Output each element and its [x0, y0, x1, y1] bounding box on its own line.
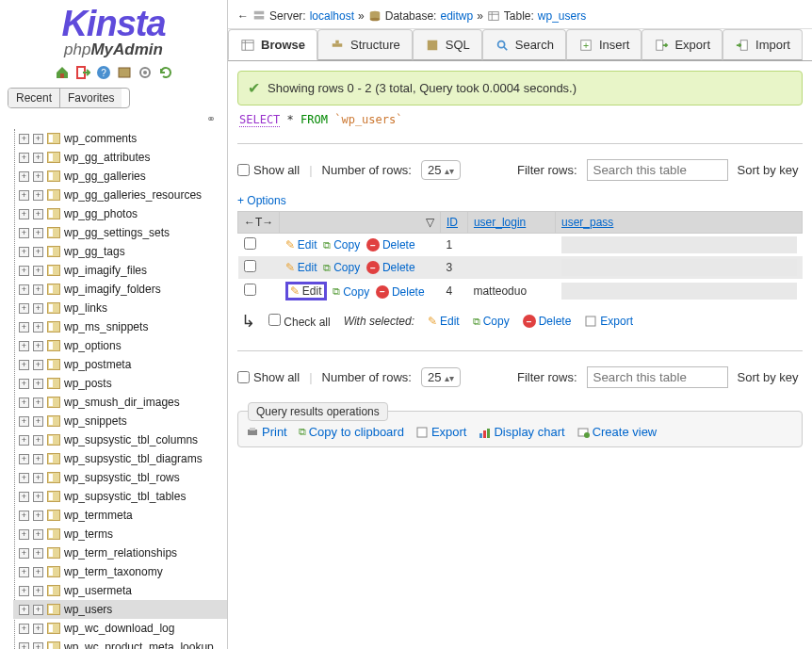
- expand-icon-2[interactable]: +: [33, 529, 43, 540]
- expand-icon-2[interactable]: +: [33, 624, 43, 634]
- expand-icon[interactable]: +: [19, 586, 29, 596]
- tree-label[interactable]: wp_gg_attributes: [64, 151, 150, 164]
- expand-icon[interactable]: +: [19, 624, 29, 634]
- expand-icon[interactable]: +: [19, 153, 29, 163]
- rows-select-top[interactable]: 25 ▴▾: [421, 160, 461, 180]
- tree-item[interactable]: ++wp_usermeta: [13, 581, 227, 600]
- row-checkbox[interactable]: [244, 237, 256, 250]
- show-all-top-checkbox[interactable]: [237, 164, 250, 176]
- tree-label[interactable]: wp_smush_dir_images: [64, 396, 180, 409]
- tree-label[interactable]: wp_posts: [64, 377, 112, 390]
- tree-item[interactable]: ++wp_imagify_files: [13, 261, 227, 280]
- edit-button[interactable]: ✎ Edit: [285, 282, 327, 300]
- tab-structure[interactable]: Structure: [317, 29, 413, 60]
- expand-icon-2[interactable]: +: [33, 322, 43, 333]
- tab-search[interactable]: Search: [482, 29, 566, 60]
- tree-item[interactable]: ++wp_wc_download_log: [13, 619, 227, 638]
- tab-import[interactable]: Import: [723, 29, 803, 60]
- expand-icon[interactable]: +: [19, 228, 29, 238]
- bulk-copy[interactable]: ⧉ Copy: [473, 315, 510, 328]
- home-icon[interactable]: [55, 65, 70, 80]
- tree-label[interactable]: wp_supsystic_tbl_rows: [64, 471, 180, 484]
- tab-export[interactable]: Export: [641, 29, 723, 60]
- delete-button[interactable]: − Delete: [366, 261, 415, 274]
- tree-label[interactable]: wp_imagify_files: [64, 264, 147, 277]
- expand-icon-2[interactable]: +: [33, 190, 43, 201]
- expand-icon-2[interactable]: +: [33, 642, 43, 650]
- bc-table[interactable]: wp_users: [538, 9, 586, 23]
- sql-icon[interactable]: [117, 65, 132, 80]
- tree-item[interactable]: ++wp_options: [13, 336, 227, 355]
- tree-item[interactable]: ++wp_ms_snippets: [13, 317, 227, 336]
- bulk-edit[interactable]: ✎ Edit: [428, 315, 460, 328]
- expand-icon[interactable]: +: [19, 605, 29, 615]
- favorites-tab[interactable]: Favorites: [60, 89, 122, 107]
- expand-icon[interactable]: +: [19, 134, 29, 144]
- tree-label[interactable]: wp_term_taxonomy: [64, 565, 163, 578]
- expand-icon[interactable]: +: [19, 209, 29, 219]
- check-all-checkbox[interactable]: [268, 314, 281, 326]
- expand-icon-2[interactable]: +: [33, 416, 43, 427]
- tree-item[interactable]: ++wp_supsystic_tbl_tables: [13, 487, 227, 506]
- expand-icon-2[interactable]: +: [33, 228, 43, 238]
- tree-item[interactable]: ++wp_terms: [13, 525, 227, 544]
- copy-button[interactable]: ⧉ Copy: [323, 261, 360, 274]
- expand-icon-2[interactable]: +: [33, 586, 43, 596]
- copy-button[interactable]: ⧉ Copy: [323, 238, 360, 251]
- col-user-login[interactable]: user_login: [467, 212, 555, 234]
- bc-database[interactable]: editwp: [440, 9, 473, 23]
- expand-icon-2[interactable]: +: [33, 247, 43, 257]
- options-toggle[interactable]: + Options: [237, 194, 803, 207]
- tab-browse[interactable]: Browse: [228, 29, 317, 60]
- edit-button[interactable]: ✎ Edit: [285, 261, 317, 274]
- row-checkbox[interactable]: [244, 260, 256, 272]
- col-user-pass[interactable]: user_pass: [556, 212, 803, 234]
- expand-icon-2[interactable]: +: [33, 209, 43, 219]
- filter-input-top[interactable]: [587, 159, 728, 181]
- sort-dropdown-icon[interactable]: ▽: [426, 216, 434, 229]
- exit-icon[interactable]: [75, 65, 90, 80]
- op-export[interactable]: Export: [415, 425, 467, 439]
- tree-item[interactable]: ++wp_imagify_folders: [13, 280, 227, 299]
- expand-icon[interactable]: +: [19, 548, 29, 559]
- expand-icon[interactable]: +: [19, 416, 29, 427]
- tree-label[interactable]: wp_usermeta: [64, 584, 132, 597]
- tree-label[interactable]: wp_termmeta: [64, 509, 133, 522]
- expand-icon-2[interactable]: +: [33, 303, 43, 314]
- row-checkbox[interactable]: [244, 284, 256, 296]
- op-chart[interactable]: Display chart: [478, 425, 564, 439]
- expand-icon-2[interactable]: +: [33, 171, 43, 182]
- expand-icon-2[interactable]: +: [33, 454, 43, 464]
- tree-item[interactable]: ++wp_gg_photos: [13, 204, 227, 223]
- show-all-bottom-checkbox[interactable]: [237, 371, 250, 383]
- delete-button[interactable]: − Delete: [376, 285, 425, 299]
- tree-item[interactable]: ++wp_supsystic_tbl_columns: [13, 430, 227, 449]
- tree-label[interactable]: wp_gg_photos: [64, 207, 138, 220]
- expand-icon[interactable]: +: [19, 266, 29, 276]
- tree-item[interactable]: ++wp_wc_product_meta_lookup: [13, 638, 227, 649]
- expand-icon[interactable]: +: [19, 529, 29, 540]
- expand-icon[interactable]: +: [19, 360, 29, 370]
- delete-button[interactable]: − Delete: [366, 238, 415, 251]
- tree-item[interactable]: ++wp_gg_attributes: [13, 148, 227, 167]
- expand-icon[interactable]: +: [19, 473, 29, 483]
- tree-label[interactable]: wp_gg_tags: [64, 245, 125, 258]
- expand-icon[interactable]: +: [19, 171, 29, 182]
- expand-icon[interactable]: +: [19, 492, 29, 502]
- rows-select-bottom[interactable]: 25 ▴▾: [421, 367, 461, 387]
- tree-item[interactable]: ++wp_termmeta: [13, 506, 227, 525]
- op-clipboard[interactable]: ⧉ Copy to clipboard: [299, 425, 404, 439]
- arrows-col-icon[interactable]: ←T→: [244, 216, 273, 229]
- expand-icon-2[interactable]: +: [33, 492, 43, 502]
- expand-icon-2[interactable]: +: [33, 473, 43, 483]
- tree-item[interactable]: ++wp_snippets: [13, 412, 227, 430]
- expand-icon[interactable]: +: [19, 642, 29, 650]
- tree-label[interactable]: wp_gg_galleries: [64, 170, 146, 183]
- tree-item[interactable]: ++wp_comments: [13, 129, 227, 148]
- expand-icon-2[interactable]: +: [33, 153, 43, 163]
- expand-icon-2[interactable]: +: [33, 567, 43, 577]
- recent-tab[interactable]: Recent: [8, 89, 60, 107]
- copy-button[interactable]: ⧉ Copy: [333, 285, 369, 299]
- tree-item[interactable]: ++wp_gg_tags: [13, 242, 227, 261]
- tree-label[interactable]: wp_supsystic_tbl_diagrams: [64, 452, 203, 465]
